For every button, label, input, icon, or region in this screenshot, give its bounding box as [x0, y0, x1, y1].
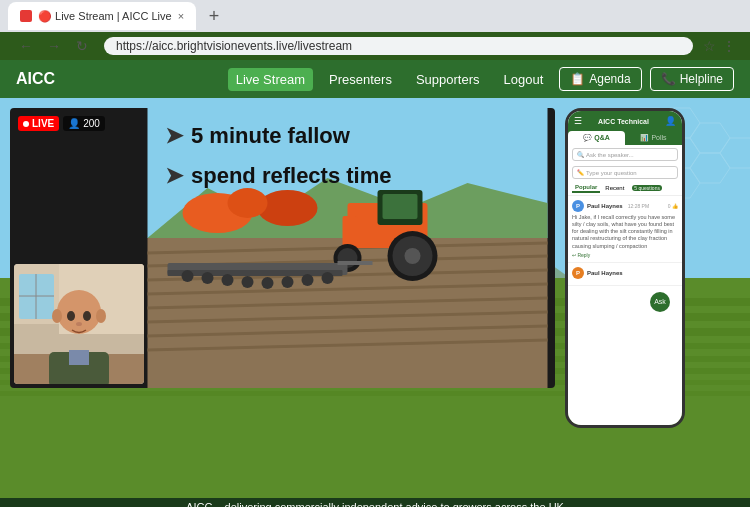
svg-point-72	[83, 311, 91, 321]
viewer-icon: 👤	[68, 118, 80, 129]
phone-app-title: AICC Technical	[598, 118, 649, 125]
svg-point-69	[52, 309, 62, 323]
hamburger-icon[interactable]: ☰	[574, 116, 582, 126]
phone-mockup: ☰ AICC Technical 👤 💬 Q&A 📊 Polls	[565, 108, 685, 428]
slide-point-1: ➤ 5 minute fallow	[165, 123, 392, 149]
msg-header-2: P Paul Haynes	[572, 267, 678, 279]
more-icon[interactable]: ⋮	[722, 38, 736, 54]
phone-message-2: P Paul Haynes	[568, 263, 682, 286]
svg-rect-39	[343, 216, 358, 246]
site-nav: Live Stream Presenters Supporters Logout…	[228, 67, 734, 91]
active-tab[interactable]: 🔴 Live Stream | AICC Live ×	[8, 2, 196, 30]
phone-filter-bar: Popular Recent 5 questions	[568, 181, 682, 196]
svg-point-56	[322, 272, 334, 284]
filter-popular[interactable]: Popular	[572, 183, 600, 193]
slide-point-2: ➤ spend reflects time	[165, 163, 392, 189]
live-text: LIVE	[32, 118, 54, 129]
reply-btn-1[interactable]: ↩ Reply	[572, 252, 678, 258]
footer-line1: AICC – delivering commercially independe…	[186, 501, 564, 507]
video-section: LIVE 👤 200	[10, 108, 555, 488]
site-logo: AICC	[16, 70, 55, 88]
svg-point-49	[182, 270, 194, 282]
svg-rect-75	[69, 350, 89, 365]
nav-live-stream[interactable]: Live Stream	[228, 68, 313, 91]
question-count-badge: 5 questions	[632, 185, 662, 191]
ask-button[interactable]: Ask	[650, 292, 670, 312]
msg-time-1: 12:28 PM	[628, 203, 649, 209]
nav-presenters[interactable]: Presenters	[321, 68, 400, 91]
phone-question-input[interactable]: ✏️ Type your question	[572, 166, 678, 179]
helpline-icon: 📞	[661, 72, 676, 86]
avatar-1: P	[572, 200, 584, 212]
agenda-icon: 📋	[570, 72, 585, 86]
phone-app-header: ☰ AICC Technical 👤	[568, 111, 682, 131]
ask-btn-container: Ask	[568, 288, 682, 316]
svg-point-68	[57, 290, 101, 334]
ask-placeholder: Ask the speaker...	[586, 152, 634, 158]
browser-icons: ☆ ⋮	[697, 38, 742, 54]
main-video-frame[interactable]: ➤ 5 minute fallow ➤ spend reflects time	[10, 108, 555, 388]
refresh-btn[interactable]: ↻	[70, 34, 94, 58]
phone-user-icon[interactable]: 👤	[665, 116, 676, 126]
site-header: AICC Live Stream Presenters Supporters L…	[0, 60, 750, 98]
viewer-count: 👤 200	[63, 116, 105, 131]
address-bar-row: ← → ↻ ☆ ⋮	[0, 32, 750, 60]
msg-text-1: Hi Jake, if I recall correctly you have …	[572, 214, 678, 250]
svg-point-51	[222, 274, 234, 286]
url-input[interactable]	[104, 37, 693, 55]
svg-point-55	[302, 274, 314, 286]
svg-rect-48	[168, 270, 343, 276]
bullet-arrow-2: ➤	[165, 163, 183, 189]
phone-tab-bar: 💬 Q&A 📊 Polls	[568, 131, 682, 145]
qa-label: Q&A	[594, 134, 610, 141]
live-badge: LIVE 👤 200	[18, 116, 105, 131]
svg-point-70	[96, 309, 106, 323]
msg-like-1[interactable]: 0 👍	[668, 203, 678, 209]
helpline-button[interactable]: 📞 Helpline	[650, 67, 734, 91]
website: AICC Live Stream Presenters Supporters L…	[0, 60, 750, 507]
svg-point-52	[242, 276, 254, 288]
slide-text-overlay: ➤ 5 minute fallow ➤ spend reflects time	[165, 123, 392, 204]
live-indicator: LIVE	[18, 116, 59, 131]
polls-label: Polls	[651, 134, 666, 141]
tab-close-btn[interactable]: ×	[178, 10, 184, 22]
back-btn[interactable]: ←	[14, 34, 38, 58]
svg-point-73	[76, 322, 82, 326]
filter-recent[interactable]: Recent	[602, 184, 627, 192]
avatar-2: P	[572, 267, 584, 279]
question-placeholder: Type your question	[586, 170, 637, 176]
browser-chrome: 🔴 Live Stream | AICC Live × + ← → ↻ ☆ ⋮	[0, 0, 750, 60]
qa-icon: 💬	[583, 134, 592, 141]
svg-point-71	[67, 311, 75, 321]
presenter-video-inset	[14, 264, 144, 384]
svg-point-50	[202, 272, 214, 284]
bullet-arrow-1: ➤	[165, 123, 183, 149]
msg-header-1: P Paul Haynes 12:28 PM 0 👍	[572, 200, 678, 212]
slide-text-1: 5 minute fallow	[191, 123, 350, 149]
msg-name-1: Paul Haynes	[587, 203, 623, 209]
ask-pencil-icon: 🔍	[577, 151, 584, 158]
phone-tab-polls[interactable]: 📊 Polls	[625, 131, 682, 145]
polls-icon: 📊	[640, 134, 649, 141]
phone-ask-input[interactable]: 🔍 Ask the speaker...	[572, 148, 678, 161]
msg-name-2: Paul Haynes	[587, 270, 623, 276]
filter-count: 5 questions	[629, 184, 665, 192]
star-icon[interactable]: ☆	[703, 38, 716, 54]
svg-point-53	[262, 277, 274, 289]
agenda-button[interactable]: 📋 Agenda	[559, 67, 641, 91]
pencil-icon: ✏️	[577, 169, 584, 176]
new-tab-btn[interactable]: +	[200, 2, 228, 30]
nav-buttons: ← → ↻	[8, 34, 100, 58]
main-content: LIVE 👤 200	[0, 98, 750, 498]
svg-point-44	[405, 248, 421, 264]
nav-supporters[interactable]: Supporters	[408, 68, 488, 91]
forward-btn[interactable]: →	[42, 34, 66, 58]
slide-text-2: spend reflects time	[191, 163, 392, 189]
tab-title: 🔴 Live Stream | AICC Live	[38, 10, 172, 23]
tab-favicon	[20, 10, 32, 22]
nav-logout[interactable]: Logout	[496, 68, 552, 91]
helpline-label: Helpline	[680, 72, 723, 86]
svg-point-54	[282, 276, 294, 288]
phone-screen: ☰ AICC Technical 👤 💬 Q&A 📊 Polls	[568, 111, 682, 425]
phone-tab-qa[interactable]: 💬 Q&A	[568, 131, 625, 145]
